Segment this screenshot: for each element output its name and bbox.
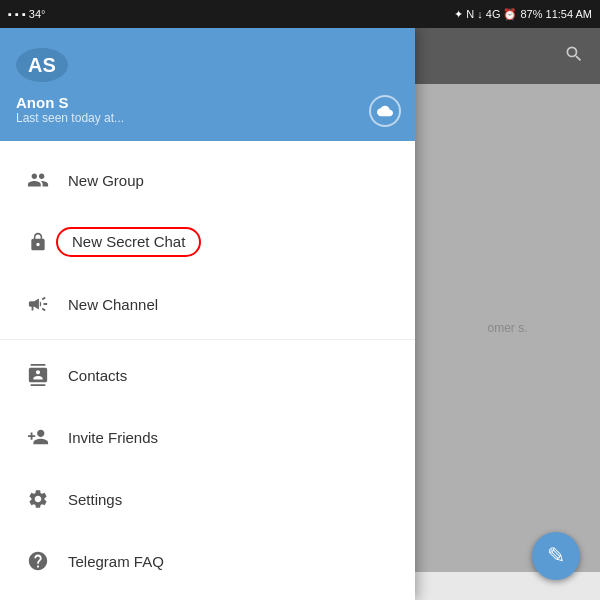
search-icon[interactable] bbox=[564, 44, 584, 69]
right-content-text: omer s. bbox=[479, 313, 535, 343]
settings-icon bbox=[20, 481, 56, 517]
settings-label: Settings bbox=[68, 491, 122, 508]
telegram-faq-label: Telegram FAQ bbox=[68, 553, 164, 570]
menu-item-invite-friends[interactable]: Invite Friends bbox=[0, 406, 415, 468]
signal-icon: ↓ bbox=[477, 8, 483, 20]
status-icons: ▪ ▪ ▪ 34° bbox=[8, 8, 46, 20]
compose-fab[interactable]: ✎ bbox=[532, 532, 580, 580]
menu-item-new-group[interactable]: New Group bbox=[0, 149, 415, 211]
new-group-label: New Group bbox=[68, 172, 144, 189]
new-secret-chat-label: New Secret Chat bbox=[72, 233, 185, 250]
right-content-panel: omer s. bbox=[415, 84, 600, 572]
drawer-header: AS Anon S Last seen today at... bbox=[0, 28, 415, 141]
avatar: AS bbox=[16, 48, 68, 82]
new-channel-label: New Channel bbox=[68, 296, 158, 313]
drawer-status: Last seen today at... bbox=[16, 111, 399, 125]
avatar-initials: AS bbox=[28, 54, 56, 77]
nfc-icon: N bbox=[466, 8, 474, 20]
lock-icon bbox=[20, 224, 56, 260]
highlight-oval: New Secret Chat bbox=[56, 227, 201, 257]
menu-item-settings[interactable]: Settings bbox=[0, 468, 415, 530]
menu-item-telegram-faq[interactable]: Telegram FAQ bbox=[0, 530, 415, 592]
status-right: ✦ N ↓ 4G ⏰ 87% 11:54 AM bbox=[454, 8, 592, 21]
bluetooth-icon: ✦ bbox=[454, 8, 463, 21]
clock-icon: ⏰ bbox=[503, 8, 517, 21]
lte-icon: 4G bbox=[486, 8, 501, 20]
top-right-bar bbox=[415, 28, 600, 84]
navigation-drawer: AS Anon S Last seen today at... New Grou… bbox=[0, 28, 415, 600]
contacts-icon bbox=[20, 357, 56, 393]
status-left: ▪ ▪ ▪ 34° bbox=[8, 8, 46, 20]
menu-item-new-secret-chat[interactable]: New Secret Chat New Secret Chat bbox=[0, 211, 415, 273]
megaphone-icon bbox=[20, 286, 56, 322]
menu-divider-1 bbox=[0, 339, 415, 340]
compose-icon: ✎ bbox=[547, 543, 565, 569]
menu-item-contacts[interactable]: Contacts bbox=[0, 344, 415, 406]
battery-text: 87% bbox=[520, 8, 542, 20]
status-bar: ▪ ▪ ▪ 34° ✦ N ↓ 4G ⏰ 87% 11:54 AM bbox=[0, 0, 600, 28]
drawer-username: Anon S bbox=[16, 94, 399, 111]
person-add-icon bbox=[20, 419, 56, 455]
drawer-menu: New Group New Secret Chat New Secret Cha… bbox=[0, 141, 415, 600]
help-icon bbox=[20, 543, 56, 579]
menu-item-new-channel[interactable]: New Channel bbox=[0, 273, 415, 335]
cloud-icon[interactable] bbox=[369, 95, 401, 127]
contacts-label: Contacts bbox=[68, 367, 127, 384]
time-text: 11:54 AM bbox=[546, 8, 592, 20]
group-icon bbox=[20, 162, 56, 198]
invite-friends-label: Invite Friends bbox=[68, 429, 158, 446]
